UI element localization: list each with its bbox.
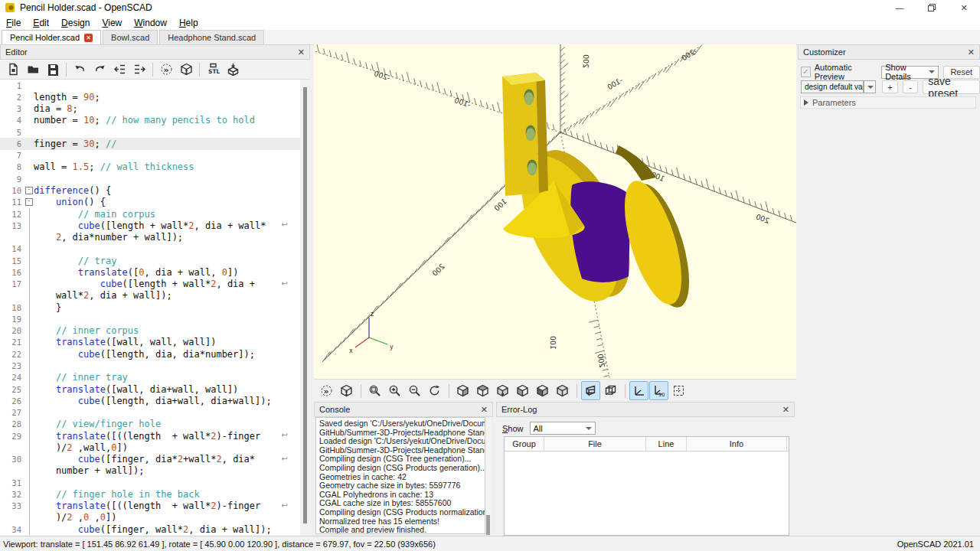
zoom-out-button[interactable]: [405, 381, 424, 400]
code-editor[interactable]: 12length = 90;3dia = 8;4number = 10; // …: [0, 80, 300, 536]
code-line-27[interactable]: 27: [0, 406, 300, 418]
view-back-button[interactable]: [553, 381, 572, 400]
code-line-9[interactable]: 9: [0, 173, 300, 184]
3d-viewport[interactable]: -200-100100200100200-100-200200100200 zy…: [314, 44, 796, 379]
menu-view[interactable]: View: [96, 18, 128, 28]
code-line-14[interactable]: 14: [0, 243, 300, 255]
console-scrollbar[interactable]: [485, 419, 491, 533]
fold-marker-icon[interactable]: -: [25, 187, 33, 194]
editor-scrollbar[interactable]: [300, 80, 310, 536]
orthographic-button[interactable]: [601, 381, 620, 400]
preset-dropdown[interactable]: design default values: [801, 80, 864, 93]
code-line-30[interactable]: 30 cube([finger, dia*2+wall*2, dia*↩: [0, 454, 300, 465]
fold-marker-icon[interactable]: -: [25, 198, 33, 206]
show-axes-button[interactable]: [629, 381, 648, 400]
menu-window[interactable]: Window: [128, 18, 173, 28]
code-line-wrap[interactable]: 2, dia*number + wall]);: [0, 231, 300, 243]
code-line-wrap[interactable]: )/2 ,0 ,0]): [0, 512, 300, 523]
render-button[interactable]: [176, 61, 196, 78]
code-line-6[interactable]: 6finger = 30; //: [0, 138, 300, 149]
show-crosshairs-button[interactable]: [669, 381, 688, 400]
view-top-button[interactable]: [473, 381, 492, 400]
code-line-26[interactable]: 26 cube([length, dia+wall, dia+wall]);: [0, 395, 300, 406]
unindent-button[interactable]: [109, 61, 129, 78]
error-log-close-icon[interactable]: ✕: [782, 405, 789, 415]
code-line-17[interactable]: 17 cube([length + wall*2, dia +↩: [0, 279, 300, 290]
menu-help[interactable]: Help: [173, 18, 204, 28]
menu-file[interactable]: File: [0, 18, 27, 28]
column-header-group[interactable]: Group: [505, 437, 544, 451]
reset-view-button[interactable]: [425, 381, 444, 400]
code-line-wrap[interactable]: wall*2, dia + wall]);: [0, 290, 300, 302]
code-line-1[interactable]: 1: [0, 80, 300, 91]
code-line-20[interactable]: 20 // inner corpus: [0, 325, 300, 337]
tab-pencil-holder-scad[interactable]: Pencil Holder.scad✕: [2, 30, 101, 44]
console-output[interactable]: Saved design 'C:/Users/yekut/OneDrive/Do…: [315, 417, 485, 534]
editor-scrollbar-thumb[interactable]: [303, 87, 307, 523]
code-line-24[interactable]: 24 // inner tray: [0, 372, 300, 383]
code-line-34[interactable]: 34 cube([finger, wall*2, dia + wall]);: [0, 523, 300, 535]
code-line-8[interactable]: 8wall = 1.5; // wall thickness: [0, 161, 300, 173]
code-line-5[interactable]: 5: [0, 126, 300, 138]
tab-headphone-stand-scad[interactable]: Headphone Stand.scad: [159, 30, 264, 44]
render-button[interactable]: [337, 381, 356, 400]
menu-design[interactable]: Design: [55, 18, 96, 28]
code-line-wrap[interactable]: number + wall]);: [0, 465, 300, 477]
perspective-button[interactable]: [581, 381, 600, 400]
remove-preset-button[interactable]: -: [903, 80, 918, 93]
customizer-close-icon[interactable]: ✕: [968, 47, 975, 57]
code-line-25[interactable]: 25 translate([wall, dia+wall, wall]): [0, 383, 300, 395]
preview-button[interactable]: »: [317, 381, 336, 400]
code-line-29[interactable]: 29 translate([((length + wall*2)-finger↩: [0, 430, 300, 442]
code-line-23[interactable]: 23: [0, 360, 300, 371]
preview-button[interactable]: »: [156, 61, 176, 78]
view-left-button[interactable]: [513, 381, 532, 400]
code-line-22[interactable]: 22 cube([length, dia, dia*number]);: [0, 348, 300, 360]
view-bottom-button[interactable]: [493, 381, 512, 400]
indent-button[interactable]: [129, 61, 149, 78]
code-line-3[interactable]: 3dia = 8;: [0, 103, 300, 115]
code-line-33[interactable]: 33 translate([((length + wall*2)-finger↩: [0, 500, 300, 512]
code-line-32[interactable]: 32 // finger hole in the back: [0, 488, 300, 500]
code-line-11[interactable]: 11- union() {: [0, 197, 300, 208]
new-file-button[interactable]: [3, 61, 23, 78]
code-line-7[interactable]: 7: [0, 150, 300, 161]
tab-bowl-scad[interactable]: Bowl.scad: [103, 30, 158, 44]
show-filter-dropdown[interactable]: All: [530, 422, 596, 435]
preset-dropdown-caret[interactable]: [864, 80, 876, 93]
console-scrollbar-thumb[interactable]: [486, 515, 490, 535]
code-line-12[interactable]: 12 // main corpus: [0, 208, 300, 220]
export-stl-button[interactable]: STL: [203, 61, 223, 78]
redo-button[interactable]: [90, 61, 109, 78]
editor-close-icon[interactable]: ✕: [298, 47, 305, 57]
save-preset-button[interactable]: save preset: [923, 80, 980, 94]
view-front-button[interactable]: [533, 381, 552, 400]
code-line-21[interactable]: 21 translate([wall, wall, wall]): [0, 337, 300, 348]
zoom-in-button[interactable]: [385, 381, 404, 400]
menu-edit[interactable]: Edit: [27, 18, 55, 28]
code-line-19[interactable]: 19: [0, 313, 300, 324]
view-right-button[interactable]: [453, 381, 472, 400]
show-scale-button[interactable]: 10: [649, 381, 668, 400]
code-line-18[interactable]: 18 }: [0, 302, 300, 313]
zoom-all-button[interactable]: [365, 381, 384, 400]
restore-button[interactable]: [916, 0, 948, 15]
code-line-2[interactable]: 2length = 90;: [0, 91, 300, 103]
code-line-15[interactable]: 15 // tray: [0, 255, 300, 266]
close-button[interactable]: ✕: [948, 0, 980, 15]
code-line-4[interactable]: 4number = 10; // how many pencils to hol…: [0, 115, 300, 126]
code-line-10[interactable]: 10-difference() {: [0, 184, 300, 196]
code-line-wrap[interactable]: )/2 ,wall,0]): [0, 442, 300, 453]
code-line-28[interactable]: 28 // view/finger hole: [0, 419, 300, 430]
column-header-line[interactable]: Line: [646, 437, 687, 451]
add-preset-button[interactable]: +: [882, 80, 897, 93]
column-header-file[interactable]: File: [544, 437, 646, 451]
print-3d-button[interactable]: [223, 61, 243, 78]
code-line-16[interactable]: 16 translate([0, dia + wall, 0]): [0, 266, 300, 278]
code-line-31[interactable]: 31: [0, 477, 300, 488]
code-line-13[interactable]: 13 cube([length + wall*2, dia + wall*↩: [0, 220, 300, 231]
save-button[interactable]: [43, 61, 63, 78]
column-header-info[interactable]: Info: [687, 437, 787, 451]
undo-button[interactable]: [70, 61, 90, 78]
parameters-section-header[interactable]: Parameters: [800, 96, 976, 109]
